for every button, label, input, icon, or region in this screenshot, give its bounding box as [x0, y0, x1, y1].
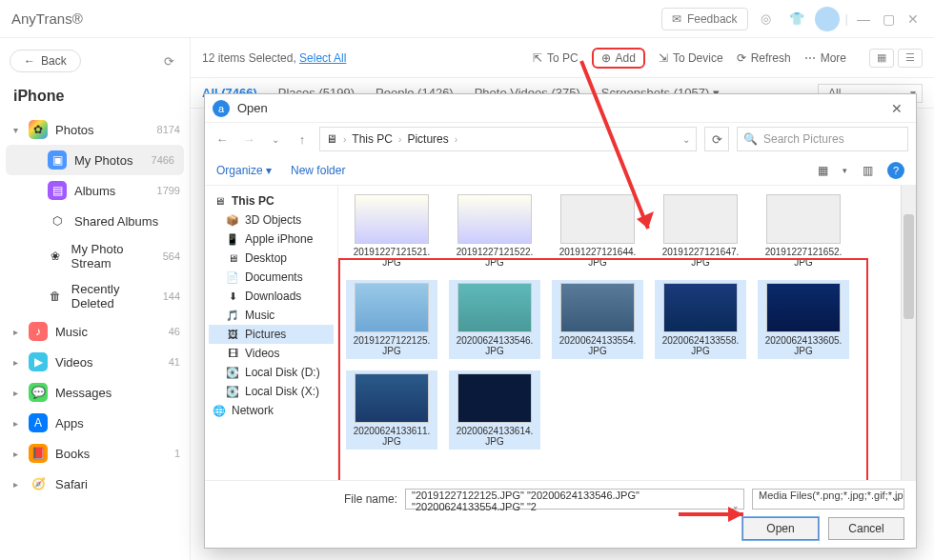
- filetype-select[interactable]: Media Files(*.png;*.jpg;*.gif;*.jp: [752, 489, 904, 510]
- folder-icon: 🖼: [226, 328, 239, 341]
- tree-item-local-disk-x-[interactable]: 💽Local Disk (X:): [209, 382, 334, 401]
- file-name: 20200624133546. JPG: [452, 335, 538, 356]
- sidebar-item-books[interactable]: ▸ 📕 Books 1: [0, 438, 190, 469]
- file-item[interactable]: 20191227121647. JPG: [655, 191, 746, 270]
- sidebar-item-label: Safari: [55, 477, 88, 491]
- recently-deleted-icon: 🗑: [47, 287, 64, 306]
- tree-item-this-pc[interactable]: 🖥This PC: [209, 191, 334, 210]
- folder-icon: 🌐: [213, 404, 226, 417]
- sidebar-item-label: Videos: [55, 355, 93, 370]
- file-name: 20200624133611. JPG: [349, 426, 435, 447]
- select-all-link[interactable]: Select All: [299, 51, 346, 65]
- scrollbar-thumb[interactable]: [904, 214, 914, 319]
- file-item[interactable]: 20200624133558. JPG: [655, 280, 746, 359]
- to-pc-icon: ⇱: [533, 51, 542, 65]
- user-avatar[interactable]: [815, 7, 840, 31]
- file-name: 20191227122125. JPG: [349, 335, 435, 356]
- file-item[interactable]: 20200624133605. JPG: [758, 280, 849, 359]
- sidebar-item-safari[interactable]: ▸ 🧭 Safari: [0, 469, 190, 499]
- my-photos-icon: ▣: [48, 150, 67, 170]
- caret-icon: ▸: [13, 479, 21, 490]
- sidebar-item-photos[interactable]: ▾ ✿ Photos 8174: [0, 114, 190, 145]
- selection-info: 12 items Selected, Select All: [202, 51, 346, 65]
- sidebar-item-shared-albums[interactable]: ⬡ Shared Albums: [0, 206, 190, 236]
- view-mode-icon[interactable]: ▦: [812, 162, 833, 179]
- sidebar-item-my-photos[interactable]: ▣ My Photos 7466: [6, 145, 184, 175]
- tree-item-desktop[interactable]: 🖥Desktop: [209, 249, 334, 268]
- titlebar: AnyTrans® ✉ Feedback ◎ 👕 | — ▢ ✕: [0, 0, 934, 38]
- tree-item-videos[interactable]: 🎞Videos: [209, 344, 334, 363]
- shared-albums-icon: ⬡: [48, 211, 67, 230]
- to-device-button[interactable]: ⇲To Device: [659, 51, 723, 65]
- sidebar-item-recently-deleted[interactable]: 🗑 Recently Deleted 144: [0, 276, 190, 316]
- organize-menu[interactable]: Organize ▾: [216, 164, 272, 177]
- tree-item-local-disk-d-[interactable]: 💽Local Disk (D:): [209, 363, 334, 382]
- grid-view-icon[interactable]: ▦: [869, 49, 894, 68]
- sidebar-item-music[interactable]: ▸ ♪ Music 46: [0, 316, 190, 347]
- sidebar-item-apps[interactable]: ▸ A Apps: [0, 408, 190, 438]
- cancel-button[interactable]: Cancel: [828, 517, 904, 540]
- to-device-icon: ⇲: [659, 51, 668, 65]
- refresh-icon[interactable]: ⟳: [157, 50, 180, 72]
- sidebar-item-my-photo-stream[interactable]: ❀ My Photo Stream 564: [0, 236, 190, 276]
- file-item[interactable]: 20200624133554. JPG: [552, 280, 643, 359]
- content-toolbar: 12 items Selected, Select All ⇱To PC ⊕Ad…: [191, 38, 934, 78]
- tree-item-apple-iphone[interactable]: 📱Apple iPhone: [209, 230, 334, 249]
- shirt-icon[interactable]: 👕: [784, 7, 809, 31]
- breadcrumb[interactable]: 🖥› This PC› Pictures› ⌄: [319, 127, 697, 151]
- dialog-close-icon[interactable]: ✕: [885, 101, 908, 116]
- file-name: 20191227121522. JPG: [452, 247, 538, 268]
- pc-icon: 🖥: [326, 132, 337, 146]
- help-icon[interactable]: ?: [887, 162, 904, 179]
- file-item[interactable]: 20200624133611. JPG: [346, 370, 437, 450]
- window-close-icon[interactable]: ✕: [904, 10, 923, 29]
- to-pc-button[interactable]: ⇱To PC: [533, 51, 579, 65]
- feedback-button[interactable]: ✉ Feedback: [661, 8, 748, 30]
- window-maximize-icon[interactable]: ▢: [879, 10, 898, 29]
- sidebar-item-messages[interactable]: ▸ 💬 Messages: [0, 377, 190, 408]
- sidebar-item-label: Shared Albums: [74, 214, 158, 229]
- file-name: 20200624133614. JPG: [452, 426, 538, 447]
- add-button[interactable]: ⊕Add: [592, 48, 645, 69]
- tree-item-documents[interactable]: 📄Documents: [209, 268, 334, 287]
- filename-input[interactable]: "20191227122125.JPG" "20200624133546.JPG…: [405, 489, 744, 510]
- open-dialog: a Open ✕ ← → ⌄ ↑ 🖥› This PC› Pictures› ⌄…: [204, 93, 917, 549]
- tree-item-music[interactable]: 🎵Music: [209, 306, 334, 325]
- back-button[interactable]: ← Back: [10, 50, 81, 72]
- open-button[interactable]: Open: [742, 517, 819, 540]
- window-minimize-icon[interactable]: —: [854, 10, 873, 29]
- chevron-down-icon[interactable]: ⌄: [682, 134, 690, 145]
- file-item[interactable]: 20200624133614. JPG: [449, 370, 540, 450]
- folder-icon: 📦: [226, 213, 239, 227]
- breadcrumb-refresh-icon[interactable]: ⟳: [704, 127, 729, 151]
- scrollbar[interactable]: [901, 186, 916, 480]
- new-folder-button[interactable]: New folder: [291, 164, 345, 177]
- file-item[interactable]: 20200624133546. JPG: [449, 280, 540, 359]
- file-item[interactable]: 20191227121521. JPG: [346, 191, 437, 270]
- tree-item-downloads[interactable]: ⬇Downloads: [209, 287, 334, 306]
- chevron-down-icon[interactable]: ⌄: [732, 501, 740, 510]
- preview-pane-icon[interactable]: ▥: [857, 162, 878, 179]
- search-icon[interactable]: ◎: [754, 7, 779, 31]
- file-item[interactable]: 20191227121522. JPG: [449, 191, 540, 270]
- sidebar-item-albums[interactable]: ▤ Albums 1799: [0, 175, 190, 206]
- messages-icon: 💬: [29, 383, 48, 402]
- file-item[interactable]: 20191227121652. JPG: [758, 191, 849, 270]
- nav-recent-icon[interactable]: ⌄: [266, 134, 285, 145]
- videos-icon: ▶: [29, 352, 48, 371]
- tree-item-3d-objects[interactable]: 📦3D Objects: [209, 210, 334, 230]
- nav-up-icon[interactable]: ↑: [293, 132, 312, 147]
- tree-item-pictures[interactable]: 🖼Pictures: [209, 325, 334, 344]
- tree-item-network[interactable]: 🌐Network: [209, 401, 334, 420]
- more-button[interactable]: ⋯More: [804, 51, 846, 65]
- list-view-icon[interactable]: ☰: [898, 49, 923, 68]
- thumbnail: [457, 283, 532, 332]
- file-item[interactable]: 20191227121644. JPG: [552, 191, 643, 270]
- more-icon: ⋯: [804, 51, 816, 65]
- search-input[interactable]: 🔍 Search Pictures: [737, 127, 908, 151]
- nav-back-icon[interactable]: ←: [213, 132, 232, 147]
- sidebar-item-videos[interactable]: ▸ ▶ Videos 41: [0, 347, 190, 377]
- file-item[interactable]: 20191227122125. JPG: [346, 280, 437, 359]
- refresh-icon: ⟳: [737, 51, 746, 65]
- refresh-button[interactable]: ⟳Refresh: [737, 51, 791, 65]
